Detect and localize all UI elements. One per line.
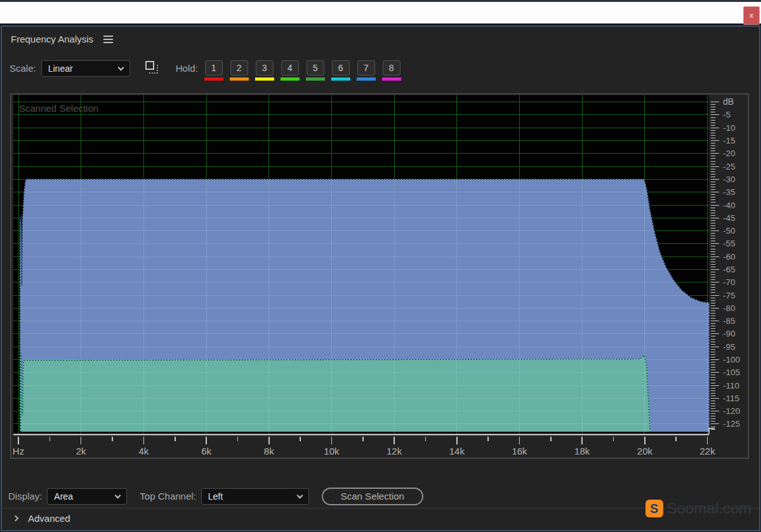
display-dropdown[interactable]: Area <box>47 488 127 505</box>
hold-button-2[interactable]: 2 <box>230 60 248 76</box>
chevron-down-icon <box>117 64 124 70</box>
panel-header: Frequency Analysis <box>11 34 113 44</box>
soomal-logo-icon: S <box>645 500 663 517</box>
svg-text:-75: -75 <box>723 291 736 300</box>
hold-slot: 7 <box>357 60 376 81</box>
svg-text:Hz: Hz <box>13 446 24 456</box>
hold-button-8[interactable]: 8 <box>383 60 400 76</box>
chevron-right-icon <box>13 515 19 522</box>
svg-text:-90: -90 <box>723 329 736 338</box>
footer-controls: Display: Area Top Channel: Left Scan Sel… <box>8 488 423 505</box>
top-channel-dropdown[interactable]: Left <box>201 488 309 505</box>
hold-slot: 8 <box>382 60 401 81</box>
svg-text:-20: -20 <box>723 149 736 158</box>
top-channel-label: Top Channel: <box>140 488 195 505</box>
advanced-expander[interactable]: Advanced <box>13 513 70 524</box>
svg-text:-15: -15 <box>723 136 736 145</box>
svg-text:-55: -55 <box>723 239 736 248</box>
svg-text:6k: 6k <box>201 446 211 456</box>
hold-label: Hold: <box>176 60 198 77</box>
svg-text:2k: 2k <box>76 446 86 456</box>
svg-text:-115: -115 <box>723 394 739 403</box>
svg-text:-50: -50 <box>723 226 736 236</box>
svg-text:-10: -10 <box>723 123 736 133</box>
svg-text:10k: 10k <box>324 446 340 456</box>
hold-button-6[interactable]: 6 <box>332 60 350 76</box>
hold-button-7[interactable]: 7 <box>357 60 375 76</box>
hold-button-4[interactable]: 4 <box>281 60 299 76</box>
svg-text:-105: -105 <box>723 368 740 377</box>
svg-text:-85: -85 <box>723 316 736 326</box>
hold-button-1[interactable]: 1 <box>205 60 223 76</box>
svg-text:-80: -80 <box>723 303 736 313</box>
copy-graph-icon[interactable] <box>145 61 161 76</box>
hold-color-swatch <box>357 77 376 81</box>
svg-text:-5: -5 <box>723 110 731 119</box>
svg-text:18k: 18k <box>574 446 590 456</box>
svg-text:-125: -125 <box>723 419 740 429</box>
panel-menu-icon[interactable] <box>103 36 113 43</box>
svg-text:-25: -25 <box>723 162 736 171</box>
hold-color-swatch <box>204 77 223 81</box>
frequency-analysis-panel: Frequency Analysis Scale: Linear Hold: 1… <box>1 25 760 531</box>
svg-text:20k: 20k <box>637 446 653 456</box>
screen: x Frequency Analysis Scale: Linear Hold:… <box>0 0 761 532</box>
display-label: Display: <box>8 488 42 505</box>
svg-text:-45: -45 <box>723 213 736 223</box>
svg-text:-60: -60 <box>723 252 736 262</box>
hold-slot: 6 <box>331 60 350 81</box>
svg-text:-30: -30 <box>723 175 736 184</box>
scale-value: Linear <box>48 63 73 74</box>
hold-slot: 5 <box>306 60 325 81</box>
hold-slot: 4 <box>281 60 300 81</box>
hold-button-5[interactable]: 5 <box>307 60 324 76</box>
svg-text:dB: dB <box>723 96 734 107</box>
svg-text:-120: -120 <box>723 406 740 416</box>
hold-button-3[interactable]: 3 <box>256 60 274 76</box>
hold-buttons: 12345678 <box>204 60 401 81</box>
svg-text:16k: 16k <box>512 446 527 456</box>
svg-text:14k: 14k <box>449 446 465 456</box>
top-channel-value: Left <box>208 491 223 502</box>
close-icon[interactable]: x <box>743 6 760 25</box>
panel-title: Frequency Analysis <box>11 34 93 44</box>
scale-label: Scale: <box>10 60 36 77</box>
svg-text:-110: -110 <box>723 381 739 390</box>
hold-color-swatch <box>281 77 300 81</box>
hold-color-swatch <box>331 77 350 81</box>
hold-slot: 2 <box>230 60 249 81</box>
display-value: Area <box>54 491 73 502</box>
hold-slot: 3 <box>255 60 274 81</box>
hold-color-swatch <box>382 77 401 81</box>
svg-text:-100: -100 <box>723 355 740 364</box>
watermark-text: Soomal.com <box>667 500 751 517</box>
scan-selection-button[interactable]: Scan Selection <box>322 488 423 505</box>
chevron-down-icon <box>296 492 303 498</box>
advanced-label: Advanced <box>28 513 70 524</box>
frequency-chart: Scanned SelectiondB-5-10-15-20-25-30-35-… <box>10 93 749 460</box>
toolbar: Scale: Linear Hold: 12345678 <box>10 60 401 81</box>
chevron-down-icon <box>115 492 121 498</box>
svg-text:-40: -40 <box>723 201 736 210</box>
hold-color-swatch <box>306 77 325 81</box>
scale-dropdown[interactable]: Linear <box>41 60 130 77</box>
window-titlebar: x <box>0 0 761 23</box>
svg-text:-95: -95 <box>723 342 736 352</box>
svg-text:-70: -70 <box>723 277 736 287</box>
svg-text:22k: 22k <box>699 446 715 456</box>
hold-slot: 1 <box>204 60 223 81</box>
svg-text:-65: -65 <box>723 265 736 274</box>
svg-text:8k: 8k <box>264 446 274 456</box>
svg-text:Scanned Selection: Scanned Selection <box>19 103 98 114</box>
svg-text:-35: -35 <box>723 187 736 197</box>
hold-color-swatch <box>230 77 249 81</box>
watermark: S Soomal.com <box>645 500 751 517</box>
hold-color-swatch <box>255 77 274 81</box>
svg-text:12k: 12k <box>387 446 402 456</box>
svg-text:4k: 4k <box>138 446 149 456</box>
